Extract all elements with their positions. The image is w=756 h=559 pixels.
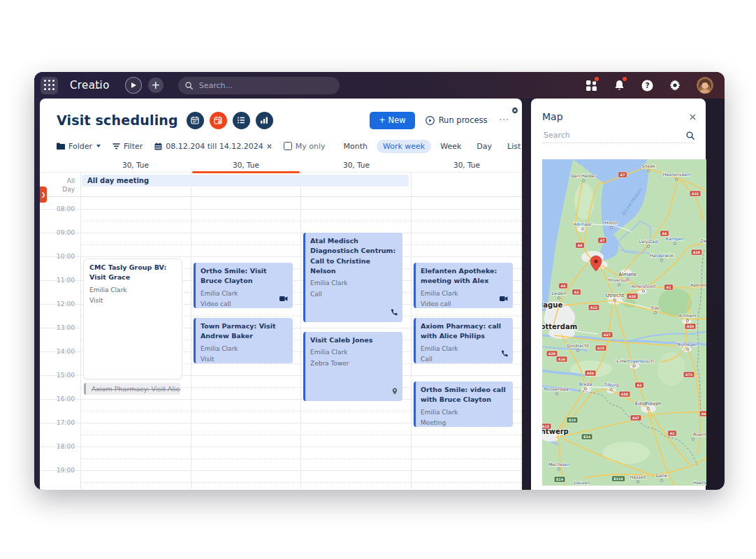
global-search-input[interactable] [198, 80, 333, 91]
event-card[interactable]: Atal Medisch Diagnostisch Centrum: Call … [303, 233, 402, 322]
road-badge-label: A73 [685, 373, 692, 377]
time-label: 16:00 [40, 395, 75, 402]
view-tab-week[interactable]: Week [434, 140, 467, 153]
close-icon[interactable] [688, 108, 697, 124]
road-badge-label: A28 [629, 295, 637, 298]
event-type: Visit [89, 297, 176, 305]
clear-date-icon[interactable] [267, 144, 272, 149]
view-tab-month[interactable]: Month [337, 140, 373, 153]
quick-add-button[interactable]: + [148, 78, 163, 93]
time-grid[interactable]: 08:0009:0010:0011:0012:0013:0014:0015:00… [40, 196, 522, 489]
day-column-header[interactable]: 30, Tue [301, 157, 412, 172]
location-pin-icon [392, 388, 398, 395]
hour-gridline [40, 470, 522, 471]
event-card[interactable]: Town Parmacy: Visit Andrew BakerEmilia C… [194, 318, 293, 363]
road-badge-label: A1 [666, 286, 671, 289]
map-city-dot [558, 468, 560, 470]
road-badge-label: A50 [687, 325, 695, 328]
view-tab-list[interactable]: List [501, 140, 527, 153]
half-hour-gridline [80, 458, 522, 459]
road-badge-label: E34 [583, 435, 591, 439]
event-type: Zebra Tower [310, 360, 397, 368]
phone-icon-wrap [501, 347, 508, 360]
process-play-button[interactable] [125, 77, 142, 94]
view-tab-day[interactable]: Day [470, 140, 498, 153]
event-title: Visit Caleb Jones [310, 335, 397, 345]
road-badge-label: E19 [556, 478, 564, 481]
road-badge-label: A15 [597, 347, 604, 350]
map-search[interactable] [542, 128, 695, 143]
my-only-toggle[interactable]: My only [284, 142, 326, 151]
expand-panel-tab[interactable]: ❯ [40, 187, 47, 203]
road-badge-label: A59 [587, 372, 595, 375]
road-badge-label: A29 [548, 352, 556, 356]
more-options-button[interactable]: ··· [498, 115, 511, 125]
checkbox-icon [284, 142, 292, 150]
map-city-dot [692, 438, 694, 440]
map-city-dot [660, 259, 662, 261]
filter-label: Filter [124, 142, 143, 151]
road-badge-label: A67 [632, 416, 639, 420]
map-city-label: Hoorn [605, 220, 618, 225]
help-icon[interactable]: ? [641, 79, 653, 92]
new-button[interactable]: + New [370, 112, 414, 129]
hour-gridline [40, 233, 522, 233]
map-canvas[interactable]: Den HelderSneekHeerenveenAlkmaarHoornLel… [542, 159, 706, 486]
event-title: Atal Medisch Diagnostisch Centrum: Call … [310, 236, 397, 276]
top-navbar: Creatio + ? [34, 72, 725, 99]
map-city-label: Ede [651, 305, 660, 310]
road-badge-label: A27 [604, 333, 611, 337]
workspace-switcher-icon[interactable] [585, 79, 597, 92]
road-badge-label: A7 [599, 239, 604, 242]
run-process-label: Run process [439, 115, 488, 125]
date-range-filter[interactable]: 08.12.204 till 14.12.2024 [154, 142, 271, 151]
map-city-dot [610, 389, 612, 391]
event-card[interactable]: Axiom Pharmacy: Visit Alice [84, 383, 180, 395]
page-header: Visit scheduling + New [57, 110, 511, 131]
gear-icon[interactable] [669, 79, 681, 92]
event-card[interactable]: Ortho Smile: Visit Bruce ClaytonEmilia C… [194, 263, 293, 308]
bell-icon[interactable] [613, 79, 625, 92]
map-city-label: Leiden [552, 291, 567, 296]
map-city-label: Utrecht [606, 292, 625, 298]
folder-filter[interactable]: Folder [57, 142, 101, 151]
view-tab-work-week[interactable]: Work week [377, 140, 431, 153]
global-search[interactable] [178, 77, 340, 94]
folder-label: Folder [68, 142, 92, 151]
map-city-label: Breda [579, 382, 593, 386]
my-only-label: My only [296, 142, 326, 151]
header-actions: + New Run process ··· [370, 112, 511, 129]
map-search-input[interactable] [542, 130, 686, 140]
calendar-view-button[interactable] [187, 112, 204, 129]
scheduler-view-button[interactable] [210, 112, 227, 129]
list-view-button[interactable] [233, 112, 250, 129]
event-card[interactable]: Elefanten Apotheke: meeting with AlexEmi… [414, 263, 513, 308]
half-hour-gridline [80, 221, 522, 222]
day-column-header[interactable]: 30, Tue [412, 157, 522, 172]
day-column-header[interactable]: 30, Tue [191, 157, 301, 172]
map-header: Map [542, 108, 697, 124]
event-card[interactable]: Visit Caleb JonesEmilia ClarkZebra Tower [303, 332, 402, 401]
map-title: Map [542, 111, 563, 122]
time-label: 11:00 [40, 277, 75, 284]
event-card[interactable]: Ortho Smile: video call with Bruce Clayt… [414, 382, 513, 427]
map-city-dot [558, 297, 560, 299]
day-column-header[interactable]: 30, Tue [80, 157, 191, 172]
dashboard-view-button[interactable] [256, 112, 273, 129]
app-launcher-icon[interactable] [41, 77, 58, 94]
map-city-label: Dordrecht [567, 343, 589, 348]
event-card[interactable]: Axiom Pharmacy: call with Alice PhilipsE… [414, 318, 513, 363]
page-settings-gear-icon[interactable] [511, 103, 518, 117]
run-process-button[interactable]: Run process [426, 115, 488, 125]
event-title: Axiom Pharmacy: Visit Alice [92, 384, 175, 393]
avatar[interactable] [697, 77, 713, 94]
map-city-dot [675, 178, 677, 180]
event-card[interactable]: CMC Tasly Group BV: Visit GraceEmilia Cl… [83, 259, 182, 379]
half-hour-gridline [80, 435, 522, 435]
filter-button[interactable]: Filter [112, 142, 143, 151]
all-day-event[interactable]: All day meeting [82, 175, 409, 187]
event-type: Call [421, 356, 507, 363]
map-city-label: Amersfoort [631, 284, 656, 289]
calendar-view-tabs: MonthWork weekWeekDayList [337, 140, 527, 153]
map-city-label: 's-Hertogenbosch [615, 358, 653, 364]
